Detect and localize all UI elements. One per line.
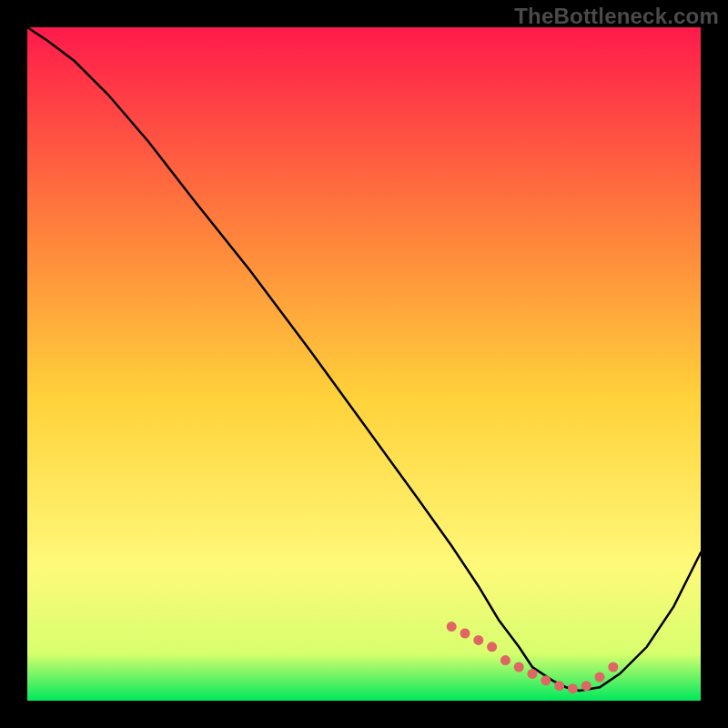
marker-dot xyxy=(514,662,524,672)
marker-dot xyxy=(447,622,457,632)
gradient-background xyxy=(27,27,701,701)
chart-svg xyxy=(27,27,701,701)
marker-dot xyxy=(608,662,618,672)
marker-dot xyxy=(568,683,578,693)
marker-dot xyxy=(554,681,564,691)
watermark-text: TheBottleneck.com xyxy=(514,4,719,29)
marker-dot xyxy=(500,655,511,665)
marker-dot xyxy=(528,669,538,679)
marker-dot xyxy=(473,635,483,645)
plot-area xyxy=(27,27,701,701)
marker-dot xyxy=(595,672,605,682)
marker-dot xyxy=(581,681,592,691)
marker-dot xyxy=(487,642,497,652)
marker-dot xyxy=(541,675,551,685)
marker-dot xyxy=(460,629,470,639)
chart-frame: TheBottleneck.com xyxy=(0,0,728,728)
